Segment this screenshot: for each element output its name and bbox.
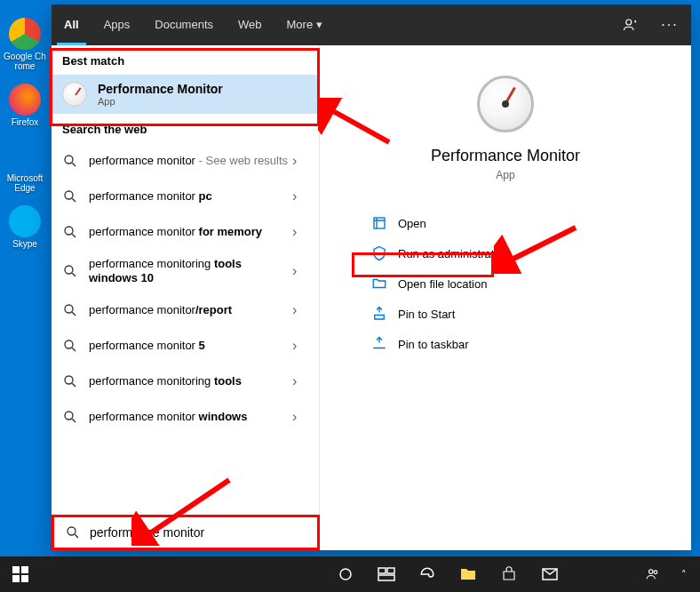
- search-box[interactable]: [52, 515, 320, 550]
- desktop-icon-chrome[interactable]: Google Chrome: [4, 18, 46, 71]
- desktop-icon-label: Firefox: [4, 117, 46, 127]
- action-label: Run as administrator: [398, 247, 505, 260]
- performance-monitor-large-icon: [477, 76, 534, 132]
- search-filter-tabs: All Apps Documents Web More ▾ ···: [52, 4, 691, 45]
- web-result-item[interactable]: performance monitor 5 ›: [52, 328, 319, 364]
- detail-subtitle: App: [346, 169, 664, 181]
- cortana-icon: [338, 566, 354, 582]
- system-tray: ˄: [640, 556, 700, 592]
- svg-line-4: [72, 198, 76, 202]
- tab-all[interactable]: All: [52, 4, 91, 45]
- svg-line-14: [72, 383, 76, 387]
- chevron-right-icon: ›: [292, 338, 308, 354]
- web-result-text: performance monitor - See web results: [89, 154, 292, 168]
- tray-overflow[interactable]: ˄: [675, 556, 693, 592]
- web-result-text: performance monitoring tools: [89, 374, 292, 388]
- search-results-column: Best match Performance Monitor App Searc…: [52, 4, 320, 550]
- search-icon: [62, 188, 78, 204]
- svg-rect-17: [374, 218, 385, 228]
- tray-people[interactable]: [640, 556, 666, 592]
- skype-icon: [9, 205, 41, 237]
- search-input[interactable]: [90, 525, 306, 540]
- tab-apps[interactable]: Apps: [91, 4, 143, 45]
- action-label: Pin to taskbar: [398, 338, 469, 351]
- admin-icon: [371, 245, 387, 261]
- performance-monitor-icon: [62, 82, 87, 107]
- action-pin-start[interactable]: Pin to Start: [368, 299, 643, 329]
- svg-point-27: [340, 569, 351, 580]
- chrome-icon: [9, 18, 41, 50]
- svg-point-13: [65, 376, 73, 384]
- web-result-item[interactable]: performance monitor - See web results ›: [52, 143, 319, 179]
- taskbar-edge[interactable]: [407, 556, 448, 592]
- desktop-icon-label: Microsoft Edge: [4, 173, 46, 193]
- chevron-right-icon: ›: [292, 409, 308, 425]
- chevron-right-icon: ›: [292, 224, 308, 240]
- search-icon: [62, 263, 78, 279]
- action-open[interactable]: Open: [368, 208, 643, 238]
- web-result-item[interactable]: performance monitor for memory ›: [52, 214, 319, 250]
- svg-rect-30: [378, 575, 394, 580]
- taskbar-mail[interactable]: [529, 556, 570, 592]
- taskbar-task-view[interactable]: [366, 556, 407, 592]
- desktop-icon-label: Skype: [4, 239, 46, 249]
- web-result-item[interactable]: performance monitor/report ›: [52, 292, 319, 328]
- web-result-text: performance monitor/report: [89, 303, 292, 317]
- svg-line-16: [72, 419, 76, 422]
- taskbar-store[interactable]: [489, 556, 529, 592]
- tab-web[interactable]: Web: [226, 4, 274, 45]
- search-icon: [62, 409, 78, 425]
- web-result-item[interactable]: performance monitor windows ›: [52, 399, 319, 435]
- svg-rect-23: [12, 566, 20, 573]
- chevron-up-icon: ˄: [681, 569, 687, 580]
- taskbar-cortana[interactable]: [325, 556, 366, 592]
- pin-start-icon: [371, 306, 387, 322]
- best-match-item[interactable]: Performance Monitor App: [52, 75, 319, 114]
- ellipsis-icon[interactable]: ···: [656, 11, 684, 39]
- chevron-right-icon: ›: [292, 188, 308, 204]
- tab-documents[interactable]: Documents: [142, 4, 226, 45]
- action-pin-taskbar[interactable]: Pin to taskbar: [368, 329, 643, 359]
- svg-point-11: [65, 340, 73, 348]
- feedback-icon[interactable]: [616, 11, 645, 39]
- chevron-right-icon: ›: [292, 153, 308, 169]
- web-result-text: performance monitor 5: [89, 339, 292, 353]
- tab-more[interactable]: More ▾: [274, 4, 335, 45]
- taskbar-explorer[interactable]: [448, 556, 489, 592]
- start-button[interactable]: [0, 556, 41, 592]
- svg-line-6: [72, 234, 76, 237]
- svg-point-33: [654, 571, 657, 574]
- svg-line-19: [75, 534, 78, 538]
- task-view-icon: [378, 567, 395, 581]
- tab-more-label: More: [287, 18, 314, 31]
- desktop-icon-label: Google Chrome: [4, 52, 46, 71]
- people-icon: [645, 566, 661, 582]
- svg-point-5: [65, 227, 73, 235]
- action-admin[interactable]: Run as administrator: [368, 238, 643, 268]
- desktop-icon-skype[interactable]: Skype: [4, 205, 46, 249]
- svg-point-15: [65, 412, 73, 420]
- web-result-item[interactable]: performance monitoring tools ›: [52, 364, 319, 399]
- web-result-item[interactable]: performance monitor pc ›: [52, 179, 319, 214]
- start-search-panel: Best match Performance Monitor App Searc…: [52, 4, 691, 550]
- svg-point-7: [65, 266, 73, 274]
- windows-icon: [12, 566, 28, 582]
- firefox-icon: [9, 84, 41, 116]
- web-result-text: performance monitor pc: [89, 189, 292, 204]
- section-header-web: Search the web: [52, 114, 319, 143]
- chevron-down-icon: ▾: [316, 18, 322, 31]
- web-result-text: performance monitoring tools windows 10: [89, 257, 292, 285]
- desktop-icon-firefox[interactable]: Firefox: [4, 84, 46, 127]
- svg-point-0: [626, 20, 632, 25]
- svg-line-12: [72, 348, 76, 351]
- action-label: Pin to Start: [398, 308, 455, 321]
- folder-icon: [460, 567, 476, 581]
- web-result-item[interactable]: performance monitoring tools windows 10 …: [52, 250, 319, 292]
- open-icon: [371, 215, 387, 231]
- desktop-icon-edge[interactable]: Microsoft Edge: [4, 140, 46, 193]
- detail-title: Performance Monitor: [346, 147, 664, 165]
- chevron-right-icon: ›: [292, 373, 308, 389]
- action-folder[interactable]: Open file location: [368, 268, 643, 299]
- mail-icon: [542, 568, 558, 580]
- web-result-text: performance monitor for memory: [89, 225, 292, 239]
